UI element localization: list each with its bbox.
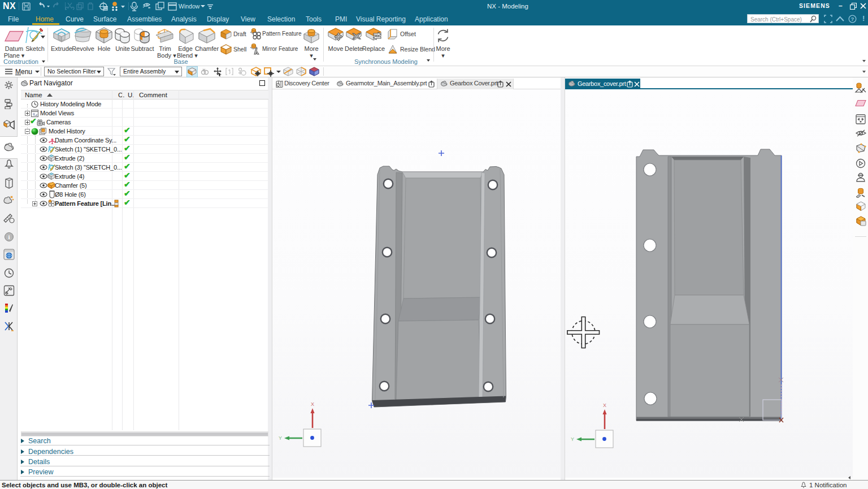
- svg-text:i: i: [8, 233, 10, 240]
- svg-text:?: ?: [851, 16, 854, 22]
- svg-text:X: X: [311, 401, 314, 407]
- svg-text:Y: Y: [279, 435, 282, 441]
- svg-text:X: X: [603, 403, 606, 408]
- svg-text:Y: Y: [571, 436, 574, 442]
